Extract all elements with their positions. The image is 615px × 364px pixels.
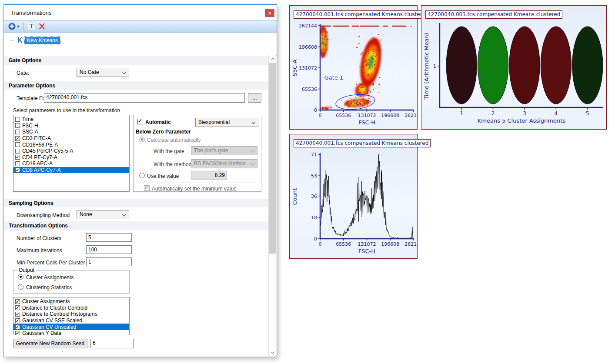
parameter-listbox[interactable]: TimeFSC-HSSC-ACD3 FITC-ACD16+56 PE-ACD45… xyxy=(13,115,130,192)
kmeans-icon: K xyxy=(17,37,23,44)
result-row-checkbox[interactable] xyxy=(15,312,20,317)
calculate-automatically-label: Calculate automatically xyxy=(147,137,201,143)
downsampling-dropdown[interactable]: None xyxy=(77,210,129,219)
parameter-row[interactable]: CD4 PE-Cy7-A xyxy=(13,154,129,161)
min-percent-value: 1 xyxy=(88,259,91,265)
dialog-scrollbar[interactable] xyxy=(268,55,276,356)
chevron-down-icon xyxy=(251,148,255,153)
parameter-row-checkbox[interactable] xyxy=(15,130,20,134)
gate-label: Gate: xyxy=(17,70,29,76)
scale-dropdown[interactable]: Biexponential xyxy=(195,118,258,127)
result-row-checkbox[interactable] xyxy=(15,305,20,310)
result-row[interactable]: Distance to Centroid Histograms xyxy=(13,311,129,317)
chevron-up-icon xyxy=(271,58,274,61)
parameter-row-checkbox[interactable] xyxy=(15,149,20,154)
histogram-plot-panel[interactable]: 42700040.001.fcs compensated Kmeans clus… xyxy=(289,134,418,259)
delete-icon xyxy=(39,23,45,30)
cluster-ellipse xyxy=(572,27,603,104)
clustering-statistics-radio[interactable] xyxy=(18,284,23,290)
min-percent-input[interactable]: 1 xyxy=(86,257,132,266)
use-value-label: Use the value xyxy=(147,173,179,179)
result-row[interactable]: Gaussian Y Data xyxy=(13,330,129,335)
y-tick-label: 1 xyxy=(433,63,436,69)
parameter-row-checkbox[interactable] xyxy=(15,161,20,166)
density-plot-panel[interactable]: 42700040.001.fcs compensated Kmeans clus… xyxy=(289,5,418,130)
scroll-down-arrow[interactable] xyxy=(269,349,276,356)
output-listbox[interactable]: Cluster AssignmentsDistance to Cluster C… xyxy=(13,297,130,335)
result-row[interactable]: Distance to Cluster Centroid xyxy=(13,305,129,311)
add-transformation-button[interactable] xyxy=(7,22,21,31)
x-tick-label: 65536 xyxy=(336,113,351,118)
result-row-checkbox[interactable] xyxy=(15,318,20,323)
cluster-plot-panel[interactable]: 42700040.001.fcs compensated Kmeans clus… xyxy=(421,5,607,130)
template-file-input[interactable]: 42700040.001.fcs xyxy=(44,93,245,103)
delete-button[interactable] xyxy=(37,22,47,30)
maximum-iterations-input[interactable]: 100 xyxy=(86,245,132,254)
gate-options-header: Gate Options xyxy=(4,56,269,65)
scroll-up-arrow[interactable] xyxy=(269,55,276,63)
parameter-row-label: CD8 APC-Cy7-A xyxy=(22,167,61,173)
x-tick-label: 1 xyxy=(460,110,463,117)
chevron-down-icon xyxy=(251,120,256,124)
result-row[interactable]: Cluster Assignments xyxy=(13,298,129,305)
dialog-titlebar[interactable]: Transformations x xyxy=(4,5,277,20)
parameter-row-label: CD3 FITC-A xyxy=(22,135,51,141)
parameter-row-label: CD45 PerCP-Cy5-5-A xyxy=(22,148,73,154)
parameter-row[interactable]: Time xyxy=(13,116,129,123)
parameter-row[interactable]: CD19 APC-A xyxy=(13,160,129,167)
parameter-row[interactable]: CD45 PerCP-Cy5-5-A xyxy=(13,148,129,154)
parameter-row-checkbox[interactable] xyxy=(15,136,20,141)
rename-button[interactable]: T xyxy=(26,22,37,31)
generate-seed-button[interactable]: Generate New Random Seed xyxy=(13,339,87,348)
x-tick-label: 3 xyxy=(523,110,526,117)
y-tick-label: 262144 xyxy=(299,23,317,29)
result-row[interactable]: Gaussian CV SSE Scaled xyxy=(13,317,129,324)
result-row-checkbox[interactable] xyxy=(15,324,20,329)
dropdown-caret-icon xyxy=(17,26,20,27)
parameter-row[interactable]: CD3 FITC-A xyxy=(13,135,129,142)
output-fieldset: Output Cluster Assignments Clustering St… xyxy=(13,270,130,294)
parameter-row-checkbox[interactable] xyxy=(15,123,20,128)
x-axis-label: FSC-H xyxy=(358,119,375,126)
parameter-row-checkbox[interactable] xyxy=(15,155,20,160)
chevron-down-icon xyxy=(122,70,127,74)
use-value-radio[interactable] xyxy=(139,173,145,178)
result-row-label: Distance to Centroid Histograms xyxy=(22,311,97,317)
dialog-content: Gate Options Gate: No Gate Parameter Opt… xyxy=(4,55,269,356)
density-blobs xyxy=(316,21,411,110)
close-icon: x xyxy=(268,10,271,15)
density-plot-title: 42700040.001.fcs compensated Kmeans clus… xyxy=(294,10,431,19)
below-zero-legend: Below Zero Parameter xyxy=(136,129,191,135)
tree-item[interactable]: K New Kmeans xyxy=(10,37,60,44)
gate-dropdown[interactable]: No Gate xyxy=(77,68,129,77)
parameter-row[interactable]: SSC-A xyxy=(13,129,129,135)
seed-input[interactable]: 6 xyxy=(90,339,134,348)
result-row[interactable]: Gaussian CV Unscaled xyxy=(13,324,129,330)
parameter-row[interactable]: FSC-H xyxy=(13,123,129,129)
cluster-assignments-radio[interactable] xyxy=(18,274,23,280)
parameter-row-checkbox[interactable] xyxy=(15,168,20,173)
transformation-tree: K New Kmeans xyxy=(4,33,277,56)
parameter-row[interactable]: CD8 APC-Cy7-A xyxy=(13,167,129,174)
scrollbar-thumb[interactable] xyxy=(269,63,276,254)
legend-rule xyxy=(191,132,259,132)
calculate-automatically-radio[interactable] xyxy=(139,137,145,142)
x-tick-label: 262144 xyxy=(404,113,417,118)
browse-button[interactable]: ... xyxy=(248,93,261,103)
close-button[interactable]: x xyxy=(265,9,274,17)
number-of-clusters-input[interactable]: 5 xyxy=(86,233,132,242)
result-row-checkbox[interactable] xyxy=(15,299,20,304)
y-tick-label: 18 xyxy=(311,215,317,220)
result-row-checkbox[interactable] xyxy=(15,331,20,335)
tree-item-new-kmeans[interactable]: New Kmeans xyxy=(25,37,60,44)
cluster-plot-title: 42700040.001.fcs compensated Kmeans clus… xyxy=(425,10,562,19)
dialog-title: Transformations xyxy=(11,10,51,16)
iterations-value: 100 xyxy=(88,247,97,253)
with-method-label: With the method xyxy=(154,161,191,167)
parameter-row-label: CD19 APC-A xyxy=(22,160,53,167)
automatic-checkbox[interactable] xyxy=(137,119,143,124)
parameter-row-checkbox[interactable] xyxy=(15,142,20,147)
parameter-row-checkbox[interactable] xyxy=(15,117,20,122)
y-tick-label: 0 xyxy=(314,236,317,242)
parameter-row[interactable]: CD16+56 PE-A xyxy=(13,141,129,148)
